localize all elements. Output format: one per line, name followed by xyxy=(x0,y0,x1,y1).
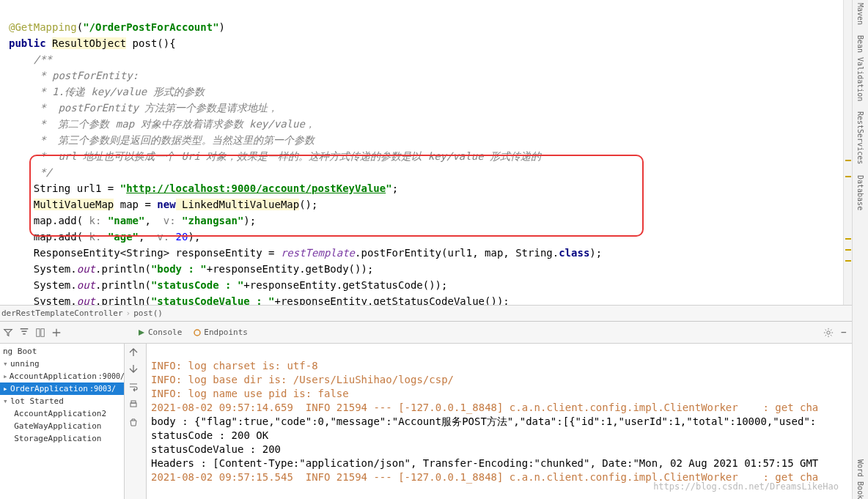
annotation: @GetMapping xyxy=(9,21,77,33)
svg-marker-2 xyxy=(139,330,144,336)
code-content: @GetMapping("/OrderPostForAccount") publ… xyxy=(0,0,868,305)
filter-icon[interactable] xyxy=(3,328,13,338)
breadcrumb-method[interactable]: post() xyxy=(133,308,163,318)
tree-group-notstarted[interactable]: ▾lot Started xyxy=(0,395,124,407)
tree-item-account[interactable]: ▸AccountApplication :9000/ xyxy=(0,370,124,382)
rail-rest-services[interactable]: RestServices xyxy=(856,111,864,164)
breadcrumb-class[interactable]: derRestTemplateController xyxy=(1,308,123,318)
svg-rect-5 xyxy=(130,403,136,407)
minus-icon[interactable]: — xyxy=(841,328,846,338)
print-icon[interactable] xyxy=(128,399,139,410)
rail-bean-validation[interactable]: Bean Validation xyxy=(856,35,864,101)
gear-icon[interactable] xyxy=(823,328,834,338)
tree-root[interactable]: ng Boot xyxy=(0,345,124,358)
error-stripe[interactable] xyxy=(843,0,852,305)
scroll-bottom-icon[interactable] xyxy=(128,364,139,374)
breadcrumb[interactable]: derRestTemplateController › post() xyxy=(0,305,868,321)
svg-point-3 xyxy=(194,330,200,336)
svg-rect-1 xyxy=(41,328,44,336)
soft-wrap-icon[interactable] xyxy=(128,382,139,392)
console-text: INFO: log charset is: utf-8 INFO: log ba… xyxy=(147,344,868,498)
console-output[interactable]: INFO: log charset is: utf-8 INFO: log ba… xyxy=(125,344,868,499)
console-gutter xyxy=(125,344,147,499)
run-configurations-tree[interactable]: ng Boot ▾unning ▸AccountApplication :900… xyxy=(0,344,125,499)
panel-toolbar: Console Endpoints — xyxy=(0,322,868,344)
svg-point-4 xyxy=(827,330,830,333)
layout-icon[interactable] xyxy=(35,328,45,338)
tab-console[interactable]: Console xyxy=(138,328,182,337)
run-tool-window: Console Endpoints — ng Boot ▾unning ▸Acc… xyxy=(0,321,868,499)
tree-item-gateway[interactable]: GateWayApplication xyxy=(0,420,124,432)
scroll-top-icon[interactable] xyxy=(128,347,139,357)
code-editor[interactable]: @GetMapping("/OrderPostForAccount") publ… xyxy=(0,0,868,305)
tab-endpoints[interactable]: Endpoints xyxy=(194,328,248,337)
tree-item-account2[interactable]: AccountApplication2 xyxy=(0,407,124,420)
play-icon xyxy=(138,329,145,336)
filter2-icon[interactable] xyxy=(19,328,29,338)
rail-word-book[interactable]: Word Book xyxy=(856,459,864,499)
right-tool-rail: Maven Bean Validation RestServices Datab… xyxy=(852,0,868,499)
watermark: https://blog.csdn.net/DreamsLikeHao xyxy=(653,481,839,492)
chevron-right-icon: › xyxy=(126,308,131,318)
tree-item-order[interactable]: ▸OrderApplication :9003/ xyxy=(0,382,124,395)
tree-group-running[interactable]: ▾unning xyxy=(0,358,124,370)
clear-icon[interactable] xyxy=(128,417,139,427)
tree-item-storage[interactable]: StorageApplication xyxy=(0,432,124,445)
rail-maven[interactable]: Maven xyxy=(856,3,864,25)
svg-rect-6 xyxy=(131,401,136,403)
add-icon[interactable] xyxy=(51,328,62,338)
svg-rect-0 xyxy=(37,328,40,336)
endpoints-icon xyxy=(194,329,201,336)
rail-database[interactable]: Database xyxy=(856,175,864,210)
